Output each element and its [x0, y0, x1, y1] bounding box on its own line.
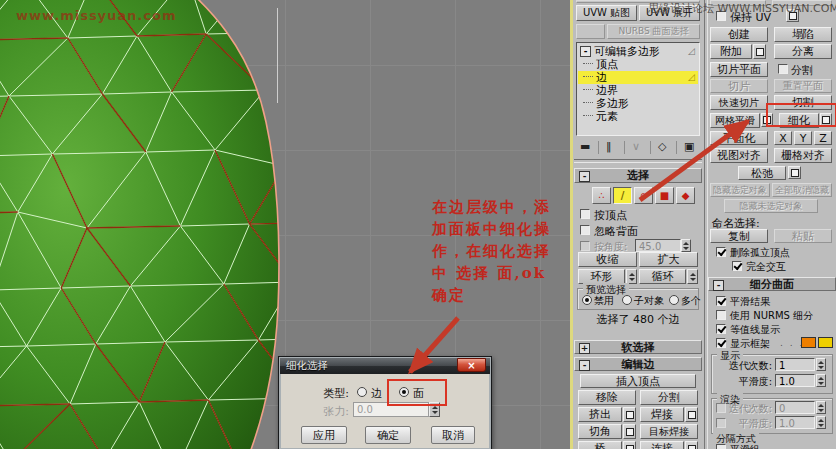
- smoothing-groups-checkbox[interactable]: [716, 444, 726, 449]
- connect-settings-button[interactable]: [685, 441, 698, 449]
- extrude-button[interactable]: 挤出: [578, 407, 622, 422]
- subobject-border-icon[interactable]: ∩: [634, 187, 653, 204]
- stack-item-element[interactable]: 元素: [578, 110, 698, 123]
- use-nurms-checkbox[interactable]: [716, 310, 726, 320]
- cancel-button[interactable]: 取消: [431, 426, 475, 444]
- stack-item-polygon[interactable]: 多边形: [578, 97, 698, 110]
- view-align-button[interactable]: 视图对齐: [710, 148, 768, 163]
- rollout-collapse-icon[interactable]: -: [713, 280, 724, 291]
- ok-button[interactable]: 确定: [365, 426, 411, 444]
- cage-color-swatch[interactable]: [801, 337, 816, 348]
- delete-isolated-vertices-checkbox[interactable]: [716, 247, 726, 257]
- planar-z-button[interactable]: Z: [814, 131, 832, 145]
- rollout-collapse-icon[interactable]: -: [579, 360, 590, 371]
- split-button[interactable]: 分割: [640, 390, 698, 405]
- create-button[interactable]: 创建: [710, 27, 768, 42]
- planar-x-button[interactable]: X: [774, 131, 792, 145]
- make-planar-button[interactable]: 平面化: [710, 131, 768, 145]
- close-icon[interactable]: ×: [457, 358, 486, 372]
- copy-button[interactable]: 复制: [710, 229, 768, 243]
- cage-selected-color-swatch[interactable]: [818, 337, 833, 348]
- bridge-settings-button[interactable]: [623, 441, 636, 449]
- detach-button[interactable]: 分离: [774, 44, 832, 59]
- display-smoothness-field[interactable]: 1.0: [775, 374, 815, 387]
- show-end-result-icon[interactable]: ‖: [606, 140, 612, 153]
- subobject-element-icon[interactable]: ◆: [676, 187, 695, 204]
- spinner-down-icon[interactable]: [629, 278, 635, 284]
- preview-subobject-radio[interactable]: [622, 295, 632, 305]
- display-iterations-field[interactable]: 1: [775, 358, 815, 371]
- rollout-subdivision-surface[interactable]: - 细分曲面: [708, 277, 836, 291]
- extrude-settings-button[interactable]: [623, 407, 636, 422]
- spinner-up-icon[interactable]: [818, 374, 824, 380]
- msmooth-button[interactable]: 网格平滑: [710, 113, 760, 128]
- configure-modifier-sets-icon[interactable]: ▣: [684, 140, 694, 153]
- display-smoothness-spinner[interactable]: [816, 374, 826, 387]
- spinner-down-icon[interactable]: [818, 366, 824, 372]
- planar-y-button[interactable]: Y: [794, 131, 812, 145]
- quickslice-button[interactable]: 快速切片: [710, 95, 768, 110]
- remove-modifier-icon[interactable]: ◇: [658, 140, 666, 153]
- tessellate-settings-button[interactable]: [820, 113, 832, 127]
- smooth-result-checkbox[interactable]: [716, 296, 726, 306]
- pin-stack-icon[interactable]: ▬: [580, 140, 590, 153]
- ring-spinner[interactable]: [626, 269, 637, 284]
- split-checkbox[interactable]: [778, 64, 788, 74]
- stack-item-vertex[interactable]: 顶点: [578, 58, 698, 71]
- slice-plane-button[interactable]: 切片平面: [710, 62, 768, 77]
- spinner-down-icon[interactable]: [690, 278, 696, 284]
- tessellate-button[interactable]: 细化: [779, 113, 819, 128]
- type-face-label: 面: [413, 386, 424, 401]
- modifier-stack[interactable]: -可编辑多边形 ◿ 顶点 边 ◿ 边界 多边形 元素: [576, 42, 700, 136]
- spinner-up-icon[interactable]: [818, 358, 824, 364]
- full-interactivity-label: 完全交互: [746, 260, 786, 274]
- rollout-soft-selection[interactable]: + 软选择: [574, 340, 702, 354]
- uvw-map-button[interactable]: UVW 贴图: [576, 5, 637, 21]
- preview-multiple-radio[interactable]: [669, 295, 679, 305]
- display-iterations-spinner[interactable]: [816, 358, 826, 371]
- connect-button[interactable]: 连接: [640, 441, 684, 449]
- collapse-tree-icon[interactable]: -: [580, 46, 591, 57]
- rollout-collapse-icon[interactable]: -: [579, 171, 590, 182]
- spinner-up-icon[interactable]: [629, 270, 635, 276]
- insert-vertex-button[interactable]: 插入顶点: [580, 374, 696, 388]
- stack-root-row[interactable]: -可编辑多边形 ◿: [578, 45, 698, 58]
- rollout-edit-edges[interactable]: - 编辑边: [574, 357, 702, 371]
- full-interactivity-checkbox[interactable]: [732, 261, 742, 271]
- relax-button[interactable]: 松弛: [738, 166, 786, 180]
- loop-button[interactable]: 循环: [639, 269, 686, 284]
- target-weld-button[interactable]: 目标焊接: [640, 424, 698, 439]
- spinner-down-icon[interactable]: [818, 382, 824, 388]
- isoline-display-label: 等值线显示: [730, 323, 780, 337]
- cut-button[interactable]: 切割: [774, 95, 832, 110]
- loop-spinner[interactable]: [687, 269, 698, 284]
- rollout-expand-icon[interactable]: +: [579, 343, 590, 354]
- bridge-button[interactable]: 桥: [578, 441, 622, 449]
- collapse-button[interactable]: 塌陷: [774, 27, 832, 42]
- type-face-radio[interactable]: [399, 387, 409, 397]
- msmooth-settings-button[interactable]: [761, 113, 773, 127]
- chamfer-settings-button[interactable]: [623, 424, 636, 439]
- chamfer-button[interactable]: 切角: [578, 424, 622, 439]
- relax-settings-button[interactable]: [788, 166, 801, 179]
- subobject-polygon-icon[interactable]: ■: [655, 187, 674, 204]
- grow-button[interactable]: 扩大: [639, 252, 698, 267]
- show-cage-checkbox[interactable]: [716, 338, 726, 348]
- panel-divider: [574, 159, 702, 163]
- remove-button[interactable]: 移除: [578, 390, 636, 405]
- isoline-display-checkbox[interactable]: [716, 324, 726, 334]
- weld-settings-button[interactable]: [685, 407, 698, 422]
- dialog-title: 细化选择: [286, 359, 328, 373]
- attach-button[interactable]: 附加: [710, 44, 752, 59]
- attach-settings-button[interactable]: [753, 44, 766, 59]
- stack-item-edge-selected[interactable]: 边 ◿: [578, 71, 698, 84]
- apply-button[interactable]: 应用: [301, 426, 347, 444]
- weld-button[interactable]: 焊接: [640, 407, 684, 422]
- stack-item-border[interactable]: 边界: [578, 84, 698, 97]
- toolbar-separator: [676, 141, 677, 154]
- spinner-up-icon[interactable]: [690, 270, 696, 276]
- grid-align-button[interactable]: 栅格对齐: [774, 148, 832, 163]
- rollout-selection[interactable]: - 选择: [574, 168, 702, 183]
- subobject-edge-icon[interactable]: /: [613, 187, 632, 204]
- type-edge-radio[interactable]: [357, 387, 367, 397]
